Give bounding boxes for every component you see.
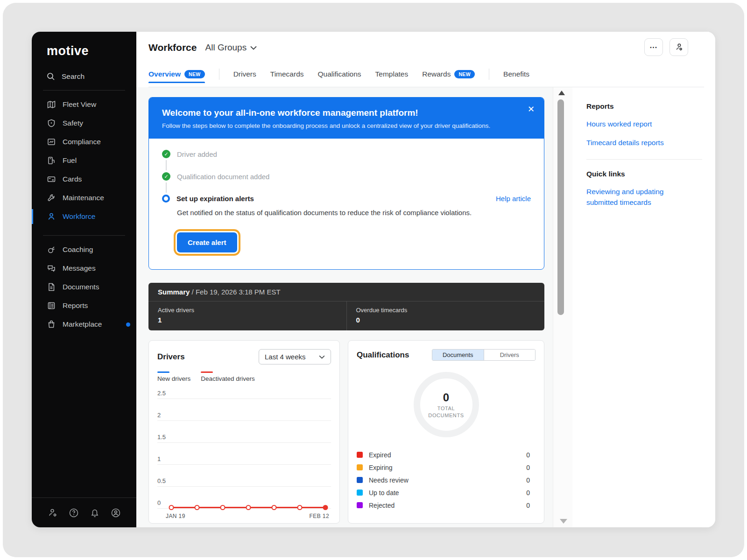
donut-caption: TOTAL xyxy=(437,406,455,411)
notifications-bell-icon[interactable] xyxy=(90,508,100,518)
help-article-link[interactable]: Help article xyxy=(496,195,531,203)
step-description: Get notified on the status of qualificat… xyxy=(177,207,476,218)
y-tick: 0.5 xyxy=(157,477,166,484)
data-point xyxy=(169,505,174,510)
sidebar-item-compliance[interactable]: Compliance xyxy=(32,133,136,151)
summary-separator: / xyxy=(192,288,194,296)
close-icon[interactable]: ✕ xyxy=(528,105,535,113)
ellipsis-icon: ... xyxy=(650,42,657,50)
sidebar-item-reports[interactable]: Reports xyxy=(32,296,136,315)
legend-label: Up to date xyxy=(369,489,399,497)
sidebar-item-label: Fleet View xyxy=(63,100,96,109)
tab-qualifications[interactable]: Qualifications xyxy=(318,65,361,83)
tab-drivers[interactable]: Drivers xyxy=(233,65,256,83)
chart-legend: New drivers Deactivated drivers xyxy=(157,371,331,382)
sidebar-item-label: Cards xyxy=(63,175,82,183)
manage-users-button[interactable] xyxy=(669,38,688,56)
reviewing-timecards-link[interactable]: Reviewing and updating submitted timecar… xyxy=(586,186,675,208)
qualifications-legend: Expired 0 Expiring 0 Needs review 0 xyxy=(357,448,536,511)
new-badge: NEW xyxy=(454,70,475,78)
legend-item-new-drivers: New drivers xyxy=(157,371,190,382)
tab-label: Overview xyxy=(148,70,181,78)
more-actions-button[interactable]: ... xyxy=(644,38,663,56)
shopping-bag-icon xyxy=(47,320,56,329)
sidebar-item-label: Fuel xyxy=(63,156,77,165)
account-icon[interactable] xyxy=(111,508,121,518)
sidebar-item-label: Safety xyxy=(63,119,83,127)
marketplace-notification-dot xyxy=(126,322,130,327)
check-circle-icon: ✓ xyxy=(162,172,170,181)
tab-timecards[interactable]: Timecards xyxy=(270,65,304,83)
sidebar-item-messages[interactable]: Messages xyxy=(32,259,136,278)
legend-value: 0 xyxy=(526,464,536,471)
data-point xyxy=(297,505,302,510)
create-alert-button[interactable]: Create alert xyxy=(177,232,237,252)
tab-templates[interactable]: Templates xyxy=(375,65,409,83)
date-range-value: Last 4 weeks xyxy=(265,353,306,361)
document-icon xyxy=(47,282,56,292)
onboarding-step-expiration-alerts: Set up expiration alerts Help article xyxy=(162,195,531,203)
sidebar-item-label: Reports xyxy=(63,301,88,310)
legend-swatch xyxy=(357,502,363,508)
sidebar-item-documents[interactable]: Documents xyxy=(32,278,136,296)
drivers-card-title: Drivers xyxy=(157,352,185,362)
sidebar-item-safety[interactable]: Safety xyxy=(32,114,136,133)
summary-panel: Summary / Feb 19, 2026 3:18 PM EST Activ… xyxy=(148,283,544,330)
y-tick: 1.5 xyxy=(157,434,166,441)
sidebar-item-cards[interactable]: Cards xyxy=(32,170,136,189)
tab-label: Rewards xyxy=(422,70,451,78)
tab-overview[interactable]: Overview NEW xyxy=(148,65,205,83)
y-tick: 0 xyxy=(157,499,161,506)
banner-title: Welcome to your all-in-one workforce man… xyxy=(162,108,531,118)
data-point xyxy=(220,505,225,510)
sidebar-search[interactable]: Search xyxy=(47,72,136,81)
legend-label: Deactivated drivers xyxy=(201,375,255,382)
toggle-drivers[interactable]: Drivers xyxy=(484,350,536,360)
tab-label: Timecards xyxy=(270,70,304,78)
tab-label: Benefits xyxy=(503,70,529,78)
scroll-up-arrow[interactable] xyxy=(558,91,565,95)
sidebar-item-maintenance[interactable]: Maintenance xyxy=(32,189,136,207)
help-icon[interactable] xyxy=(69,508,79,518)
map-icon xyxy=(47,100,56,109)
whistle-icon xyxy=(47,245,56,254)
sidebar-item-coaching[interactable]: Coaching xyxy=(32,240,136,259)
report-icon xyxy=(47,301,56,310)
legend-item-deactivated-drivers: Deactivated drivers xyxy=(201,371,255,382)
user-gear-icon xyxy=(674,42,684,52)
sidebar-item-fuel[interactable]: Fuel xyxy=(32,151,136,170)
legend-swatch xyxy=(157,371,169,373)
scroll-down-arrow[interactable] xyxy=(560,519,567,524)
sidebar-item-workforce[interactable]: Workforce xyxy=(32,207,136,226)
chat-bubbles-icon xyxy=(47,264,56,273)
admin-user-gear-icon[interactable] xyxy=(48,508,58,518)
x-axis-label-end: FEB 12 xyxy=(310,513,329,519)
right-panel-divider xyxy=(586,159,702,160)
tab-separator xyxy=(489,69,489,80)
tab-label: Drivers xyxy=(233,70,256,78)
data-point xyxy=(272,505,277,510)
onboarding-step-qualification-added: ✓ Qualification document added xyxy=(162,172,531,181)
chevron-down-icon xyxy=(319,355,325,359)
tab-benefits[interactable]: Benefits xyxy=(503,65,529,83)
toggle-documents[interactable]: Documents xyxy=(432,350,484,360)
legend-swatch xyxy=(201,371,213,373)
onboarding-card: Welcome to your all-in-one workforce man… xyxy=(148,97,544,270)
timecard-details-reports-link[interactable]: Timecard details reports xyxy=(586,137,675,148)
wrench-icon xyxy=(47,193,56,203)
step-label: Qualification document added xyxy=(177,173,269,181)
onboarding-banner: Welcome to your all-in-one workforce man… xyxy=(149,98,544,139)
y-tick: 1 xyxy=(157,455,161,462)
sidebar-search-label: Search xyxy=(62,72,85,81)
sidebar-item-marketplace[interactable]: Marketplace xyxy=(32,315,136,334)
scrollbar-thumb[interactable] xyxy=(557,99,564,315)
sidebar-divider xyxy=(43,235,125,236)
sidebar-item-fleet-view[interactable]: Fleet View xyxy=(32,95,136,114)
hours-worked-report-link[interactable]: Hours worked report xyxy=(586,119,675,129)
tab-rewards[interactable]: Rewards NEW xyxy=(422,65,475,83)
legend-label: Needs review xyxy=(369,476,409,484)
legend-label: Rejected xyxy=(369,502,395,509)
date-range-select[interactable]: Last 4 weeks xyxy=(259,349,331,364)
group-selector[interactable]: All Groups xyxy=(205,42,257,53)
shield-icon xyxy=(47,119,56,128)
